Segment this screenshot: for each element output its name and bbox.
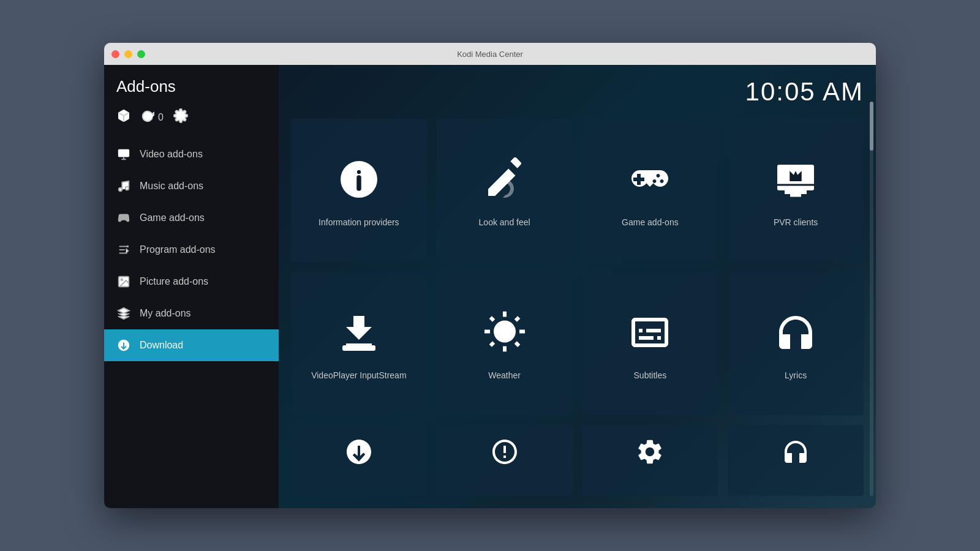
svg-point-12 bbox=[121, 279, 123, 280]
maximize-button[interactable] bbox=[137, 50, 145, 58]
refresh-icon bbox=[141, 110, 154, 126]
package-icon[interactable] bbox=[116, 108, 131, 126]
svg-point-6 bbox=[126, 187, 129, 190]
sidebar-item-music[interactable]: Music add-ons bbox=[104, 170, 279, 202]
picture-icon bbox=[116, 274, 131, 289]
download-icon bbox=[116, 338, 131, 353]
grid-item-weather[interactable]: Weather bbox=[437, 272, 573, 415]
sidebar: Add-ons bbox=[104, 65, 279, 508]
sidebar-item-game-label: Game add-ons bbox=[140, 212, 205, 223]
app-body: Add-ons bbox=[104, 65, 876, 508]
window-title: Kodi Media Center bbox=[457, 50, 523, 59]
sidebar-toolbar: 0 bbox=[104, 102, 279, 138]
info-providers-icon bbox=[337, 157, 381, 208]
grid-item-game-addons[interactable]: Game add-ons bbox=[582, 119, 718, 262]
grid-item-partial-2[interactable] bbox=[437, 425, 573, 496]
grid-item-info-providers[interactable]: Information providers bbox=[291, 119, 427, 262]
sidebar-item-download[interactable]: Download bbox=[104, 329, 279, 361]
main-content: 10:05 AM Information providers bbox=[279, 65, 876, 508]
videoplayer-icon bbox=[337, 310, 381, 361]
weather-label: Weather bbox=[488, 370, 521, 380]
videoplayer-label: VideoPlayer InputStream bbox=[311, 370, 406, 380]
info-providers-label: Information providers bbox=[318, 217, 399, 227]
grid-item-partial-4[interactable] bbox=[728, 425, 864, 496]
pvr-clients-icon bbox=[774, 157, 818, 208]
grid-item-partial-3[interactable] bbox=[582, 425, 718, 496]
svg-rect-19 bbox=[790, 194, 801, 197]
svg-rect-18 bbox=[785, 190, 807, 194]
game-addons-icon bbox=[628, 157, 672, 208]
app-window: Kodi Media Center Add-ons bbox=[104, 43, 876, 508]
close-button[interactable] bbox=[111, 50, 119, 58]
game-addons-label: Game add-ons bbox=[622, 217, 679, 227]
svg-point-5 bbox=[119, 188, 123, 192]
sidebar-title: Add-ons bbox=[104, 65, 279, 102]
partial4-icon bbox=[781, 437, 810, 469]
sidebar-item-game[interactable]: Game add-ons bbox=[104, 202, 279, 234]
sidebar-item-myaddon[interactable]: My add-ons bbox=[104, 298, 279, 329]
music-icon bbox=[116, 179, 131, 193]
grid-item-subtitles[interactable]: Subtitles bbox=[582, 272, 718, 415]
sidebar-item-video-label: Video add-ons bbox=[140, 149, 203, 160]
grid-item-partial-1[interactable] bbox=[291, 425, 427, 496]
lyrics-icon bbox=[774, 310, 818, 361]
scrollbar-thumb[interactable] bbox=[870, 102, 873, 151]
update-count: 0 bbox=[158, 112, 164, 123]
svg-point-16 bbox=[357, 170, 361, 174]
myaddon-icon bbox=[116, 306, 131, 321]
lyrics-label: Lyrics bbox=[785, 370, 807, 380]
gamepad-icon bbox=[116, 211, 131, 225]
partial2-icon bbox=[490, 437, 519, 469]
sidebar-item-picture-label: Picture add-ons bbox=[140, 276, 208, 287]
video-icon bbox=[116, 147, 131, 162]
pvr-clients-label: PVR clients bbox=[774, 217, 818, 227]
grid-item-lyrics[interactable]: Lyrics bbox=[728, 272, 864, 415]
program-icon bbox=[116, 242, 131, 257]
scrollbar-track bbox=[870, 102, 873, 496]
partial1-icon bbox=[344, 437, 374, 469]
refresh-container[interactable]: 0 bbox=[141, 110, 164, 126]
sidebar-item-music-label: Music add-ons bbox=[140, 181, 203, 192]
svg-rect-21 bbox=[342, 345, 375, 351]
weather-icon bbox=[483, 310, 527, 361]
addon-grid: Information providers Look and feel bbox=[291, 119, 864, 496]
sidebar-nav: Video add-ons Music add-ons bbox=[104, 138, 279, 508]
sidebar-item-program-label: Program add-ons bbox=[140, 244, 216, 255]
sidebar-item-video[interactable]: Video add-ons bbox=[104, 138, 279, 170]
svg-point-10 bbox=[127, 246, 129, 247]
sidebar-item-picture[interactable]: Picture add-ons bbox=[104, 266, 279, 298]
partial3-icon bbox=[635, 437, 665, 469]
sidebar-item-myaddon-label: My add-ons bbox=[140, 308, 191, 319]
grid-item-look-feel[interactable]: Look and feel bbox=[437, 119, 573, 262]
titlebar: Kodi Media Center bbox=[104, 43, 876, 65]
clock-display: 10:05 AM bbox=[745, 77, 864, 107]
settings-icon[interactable] bbox=[173, 108, 188, 126]
minimize-button[interactable] bbox=[124, 50, 132, 58]
subtitles-label: Subtitles bbox=[634, 370, 667, 380]
svg-rect-2 bbox=[118, 149, 129, 157]
sidebar-item-program[interactable]: Program add-ons bbox=[104, 234, 279, 266]
sidebar-item-download-label: Download bbox=[140, 340, 183, 351]
look-feel-label: Look and feel bbox=[479, 217, 530, 227]
subtitles-icon bbox=[628, 310, 672, 361]
traffic-lights bbox=[111, 50, 145, 58]
main-header: 10:05 AM bbox=[291, 77, 864, 107]
grid-item-pvr-clients[interactable]: PVR clients bbox=[728, 119, 864, 262]
grid-item-videoplayer[interactable]: VideoPlayer InputStream bbox=[291, 272, 427, 415]
look-feel-icon bbox=[483, 157, 527, 208]
